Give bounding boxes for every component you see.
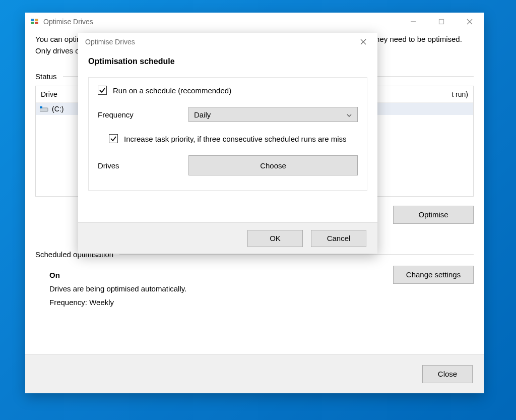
dialog-titlebar[interactable]: Optimise Drives bbox=[78, 33, 377, 51]
svg-rect-9 bbox=[40, 106, 42, 108]
scheduled-freq: Frequency: Weekly bbox=[49, 298, 474, 307]
schedule-dialog: Optimise Drives Optimisation schedule Ru… bbox=[78, 33, 377, 254]
main-footer: Close bbox=[25, 354, 484, 393]
main-title: Optimise Drives bbox=[43, 18, 93, 26]
dialog-close-icon[interactable] bbox=[349, 33, 377, 51]
close-button[interactable] bbox=[456, 13, 484, 31]
chevron-down-icon bbox=[346, 111, 352, 117]
priority-label: Increase task priority, if three consecu… bbox=[124, 135, 347, 143]
drive-icon bbox=[40, 106, 49, 112]
choose-drives-button[interactable]: Choose bbox=[188, 155, 358, 175]
drives-label: Drives bbox=[98, 161, 188, 170]
status-label-text: Status bbox=[35, 72, 57, 81]
run-schedule-label: Run on a schedule (recommended) bbox=[113, 86, 231, 95]
divider bbox=[119, 254, 474, 255]
maximize-button[interactable] bbox=[427, 13, 456, 31]
priority-checkbox[interactable] bbox=[109, 134, 118, 143]
change-settings-button[interactable]: Change settings bbox=[393, 266, 474, 284]
main-titlebar[interactable]: Optimise Drives bbox=[25, 13, 484, 31]
frequency-value: Daily bbox=[194, 110, 211, 119]
dialog-footer: OK Cancel bbox=[78, 222, 377, 254]
svg-rect-3 bbox=[35, 22, 38, 24]
svg-rect-1 bbox=[35, 19, 38, 21]
dialog-title: Optimise Drives bbox=[85, 38, 135, 46]
run-schedule-row: Run on a schedule (recommended) bbox=[98, 86, 358, 95]
dialog-header: Optimisation schedule bbox=[88, 57, 367, 66]
schedule-group: Run on a schedule (recommended) Frequenc… bbox=[88, 77, 367, 191]
minimize-button[interactable] bbox=[399, 13, 427, 31]
scheduled-desc: Drives are being optimised automatically… bbox=[49, 284, 474, 293]
frequency-label: Frequency bbox=[98, 110, 188, 119]
svg-rect-0 bbox=[31, 19, 34, 21]
ok-button[interactable]: OK bbox=[247, 230, 303, 247]
run-schedule-checkbox[interactable] bbox=[98, 86, 107, 95]
close-main-button[interactable]: Close bbox=[422, 365, 473, 383]
cancel-button[interactable]: Cancel bbox=[311, 230, 366, 247]
svg-rect-2 bbox=[31, 22, 34, 24]
svg-rect-5 bbox=[439, 20, 444, 24]
svg-rect-8 bbox=[40, 108, 48, 111]
frequency-select[interactable]: Daily bbox=[188, 107, 358, 122]
app-icon bbox=[30, 17, 39, 26]
optimise-button[interactable]: Optimise bbox=[393, 206, 474, 224]
drive-label: (C:) bbox=[52, 105, 63, 113]
